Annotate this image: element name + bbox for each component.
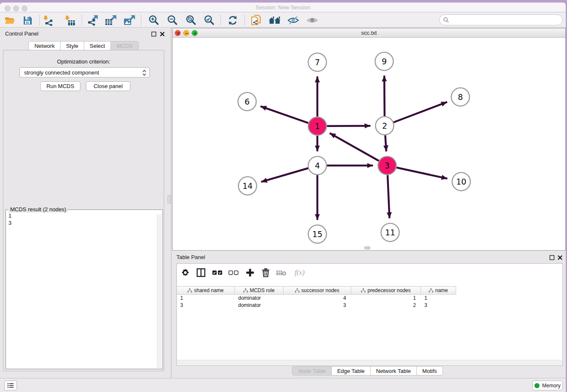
- node-4[interactable]: 4: [308, 157, 327, 175]
- hide-selected-icon[interactable]: [286, 14, 301, 27]
- memory-button[interactable]: Memory: [532, 381, 563, 390]
- edge-2-8[interactable]: [394, 102, 447, 122]
- zoom-fit-icon[interactable]: [183, 14, 198, 27]
- import-table-icon[interactable]: [62, 14, 77, 27]
- mcds-panel: Optimization criterion: strongly connect…: [3, 50, 164, 371]
- deselect-all-checkboxes-icon[interactable]: [226, 266, 241, 279]
- edge-2-3[interactable]: [385, 135, 386, 151]
- node-9[interactable]: 9: [375, 52, 394, 71]
- os-titlebar: Session: New Session: [0, 3, 566, 12]
- column-header-successor-nodes[interactable]: successor nodes: [284, 287, 351, 294]
- splitter-grip[interactable]: [168, 195, 171, 204]
- node-3[interactable]: 3: [378, 157, 396, 175]
- task-history-button[interactable]: [4, 381, 17, 390]
- table-options-icon[interactable]: [178, 266, 193, 279]
- export-network-icon[interactable]: [85, 14, 100, 27]
- optimization-criterion-value: strongly connected component: [24, 69, 99, 76]
- edge-1-2[interactable]: [327, 126, 370, 126]
- first-neighbors-icon[interactable]: [267, 14, 282, 27]
- tab-motifs[interactable]: Motifs: [416, 366, 443, 375]
- table-cell: 1: [351, 295, 421, 302]
- select-stepper-icon: [142, 69, 147, 78]
- edge-3-11[interactable]: [388, 175, 390, 218]
- export-image-icon[interactable]: [122, 14, 137, 27]
- edge-2-9[interactable]: [384, 75, 385, 116]
- node-label: 2: [382, 121, 387, 130]
- table-cell: 4: [284, 295, 351, 302]
- tab-network-table[interactable]: Network Table: [370, 366, 417, 375]
- node-7[interactable]: 7: [308, 53, 327, 72]
- table-cell: 1: [177, 295, 235, 302]
- table-panel-float-icon[interactable]: [549, 254, 555, 260]
- node-1[interactable]: 1: [308, 117, 327, 135]
- node-label: 6: [245, 97, 250, 106]
- network-bottom-grip[interactable]: [364, 246, 370, 249]
- node-2[interactable]: 2: [376, 117, 394, 135]
- optimization-criterion-select[interactable]: strongly connected component: [19, 67, 150, 77]
- node-table-panel: f(x) shared nameMCDS rolesuccessor nodes…: [176, 263, 563, 366]
- edge-4-14[interactable]: [261, 168, 308, 182]
- run-mcds-button[interactable]: Run MCDS: [40, 81, 80, 91]
- table-toolbar: f(x): [177, 264, 562, 282]
- column-header-MCDS-role[interactable]: MCDS role: [235, 287, 284, 294]
- toolbar-separator: [39, 15, 40, 25]
- mcds-result-list: 13: [6, 211, 157, 368]
- zoom-in-icon[interactable]: [146, 14, 161, 27]
- tab-network[interactable]: Network: [28, 41, 61, 50]
- table-cell: dominator: [235, 295, 284, 302]
- column-header-shared-name[interactable]: shared name: [177, 287, 235, 294]
- tab-node-table[interactable]: Node Table: [292, 366, 332, 375]
- table-panel-title: Table Panel: [176, 254, 205, 260]
- node-label: 4: [315, 161, 320, 170]
- column-header-predecessor-nodes[interactable]: predecessor nodes: [351, 287, 421, 294]
- edge-1-6[interactable]: [261, 106, 308, 123]
- node-15[interactable]: 15: [308, 225, 327, 243]
- export-table-icon[interactable]: [103, 14, 118, 27]
- new-network-from-selection-icon[interactable]: [248, 14, 264, 27]
- toggle-panel-mode-icon[interactable]: [194, 266, 208, 279]
- node-label: 8: [458, 92, 463, 102]
- open-session-icon[interactable]: [2, 14, 17, 27]
- application-window: Session: New Session: [0, 3, 566, 392]
- table-row[interactable]: 3dominator323: [177, 302, 562, 309]
- delete-columns-icon[interactable]: [259, 266, 273, 279]
- import-network-icon[interactable]: [41, 14, 56, 27]
- tab-mcds[interactable]: MCDS: [110, 41, 138, 50]
- control-panel-tabs: NetworkStyleSelectMCDS: [0, 41, 167, 50]
- show-all-icon[interactable]: [305, 14, 320, 27]
- refresh-layout-icon[interactable]: [225, 14, 240, 27]
- zoom-selected-icon[interactable]: [201, 14, 217, 27]
- node-6[interactable]: 6: [238, 93, 256, 111]
- tab-edge-table[interactable]: Edge Table: [331, 366, 371, 375]
- zoom-out-icon[interactable]: [165, 14, 180, 27]
- save-session-icon[interactable]: [20, 14, 35, 27]
- result-scrollbar[interactable]: [157, 214, 162, 368]
- table-hscrollbar[interactable]: [177, 360, 562, 365]
- control-panel-close-icon[interactable]: [160, 31, 165, 36]
- edge-3-1[interactable]: [330, 133, 379, 161]
- node-10[interactable]: 10: [452, 173, 471, 191]
- panel-splitter[interactable]: [171, 28, 171, 378]
- delete-table-icon[interactable]: [274, 266, 289, 279]
- table-row[interactable]: 1dominator411: [177, 295, 562, 302]
- apply-function-icon[interactable]: f(x): [290, 266, 309, 279]
- add-column-icon[interactable]: [243, 266, 257, 279]
- edge-3-10[interactable]: [396, 168, 447, 179]
- close-panel-button[interactable]: Close panel: [86, 81, 130, 91]
- node-14[interactable]: 14: [239, 177, 257, 195]
- control-panel-float-icon[interactable]: [151, 31, 157, 36]
- status-bar: Memory: [0, 378, 566, 392]
- node-11[interactable]: 11: [381, 224, 399, 242]
- tab-select[interactable]: Select: [84, 41, 111, 50]
- node-8[interactable]: 8: [451, 88, 470, 106]
- table-panel-close-icon[interactable]: [557, 254, 563, 260]
- column-header-name[interactable]: name: [421, 287, 456, 294]
- toolbar-separator: [245, 15, 245, 25]
- tab-style[interactable]: Style: [60, 41, 84, 50]
- search-field[interactable]: [439, 14, 563, 25]
- list-icon: [7, 383, 14, 388]
- search-input[interactable]: [451, 17, 562, 23]
- network-canvas[interactable]: 7968124314101511: [173, 38, 565, 251]
- select-all-checkboxes-icon[interactable]: [210, 266, 225, 279]
- table-cell: 3: [177, 302, 235, 309]
